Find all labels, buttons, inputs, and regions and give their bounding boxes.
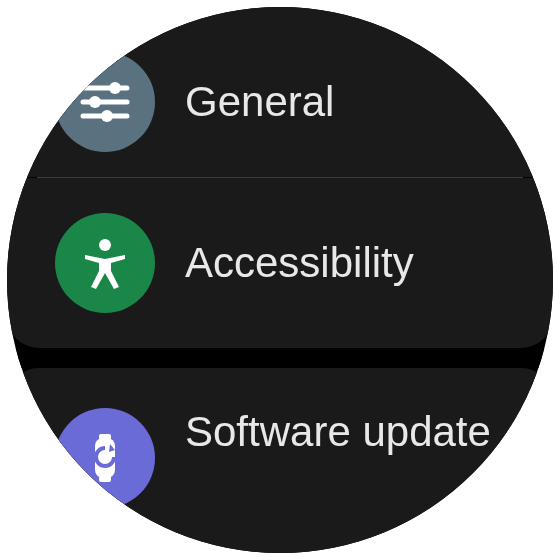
accessibility-icon (55, 213, 155, 313)
svg-rect-9 (99, 476, 111, 482)
svg-point-5 (101, 110, 113, 122)
watch-face: General Accessibility (7, 7, 553, 553)
settings-item-general[interactable]: General (7, 7, 553, 177)
sliders-icon (55, 52, 155, 152)
svg-rect-8 (99, 434, 111, 440)
settings-item-label: Software update (185, 408, 491, 456)
settings-item-label: General (185, 78, 334, 126)
svg-point-6 (99, 239, 111, 251)
settings-item-label: Accessibility (185, 239, 414, 287)
settings-list: General Accessibility (7, 7, 553, 553)
svg-point-4 (89, 96, 101, 108)
settings-item-software-update[interactable]: Software update (7, 368, 553, 553)
list-gap (7, 348, 553, 368)
settings-item-accessibility[interactable]: Accessibility (7, 178, 553, 348)
software-update-icon (55, 408, 155, 508)
svg-point-3 (109, 82, 121, 94)
